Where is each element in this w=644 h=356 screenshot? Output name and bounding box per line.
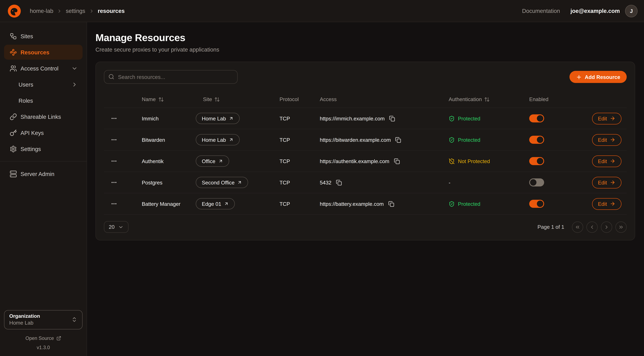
users-icon bbox=[10, 65, 17, 72]
copy-icon[interactable] bbox=[335, 179, 343, 186]
auth-status-badge: Not Protected bbox=[449, 158, 490, 164]
column-header-site[interactable]: Site bbox=[195, 96, 280, 102]
site-link-button[interactable]: Office bbox=[196, 156, 229, 167]
sidebar-item-shareable-links[interactable]: Shareable Links bbox=[4, 109, 82, 124]
organization-selector[interactable]: Organization Home Lab bbox=[4, 310, 82, 330]
main-content: Manage Resources Create secure proxies t… bbox=[87, 22, 644, 356]
edit-button[interactable]: Edit bbox=[592, 155, 622, 167]
table-row: Postgres Second Office TCP 5432 - Edit bbox=[104, 172, 627, 193]
sidebar-item-sites[interactable]: Sites bbox=[4, 28, 82, 44]
copy-icon[interactable] bbox=[388, 115, 396, 122]
column-header-name[interactable]: Name bbox=[126, 96, 195, 102]
auth-status-label: - bbox=[449, 180, 450, 186]
sidebar: Sites Resources Access Control Users Rol… bbox=[0, 22, 87, 356]
documentation-link[interactable]: Documentation bbox=[522, 8, 560, 14]
column-header-enabled: Enabled bbox=[529, 96, 586, 102]
breadcrumb-item-org[interactable]: home-lab bbox=[30, 8, 53, 14]
resource-access-port: 5432 bbox=[320, 180, 332, 186]
sidebar-item-access-control[interactable]: Access Control bbox=[4, 61, 82, 76]
sidebar-item-api-keys[interactable]: API Keys bbox=[4, 125, 82, 140]
sidebar-item-resources[interactable]: Resources bbox=[4, 45, 82, 60]
add-resource-button[interactable]: Add Resource bbox=[570, 71, 627, 83]
table-header-row: Name Site Protocol Access bbox=[104, 91, 627, 108]
row-menu-button[interactable] bbox=[109, 199, 119, 208]
column-label: Access bbox=[320, 96, 337, 102]
enabled-toggle[interactable] bbox=[529, 178, 544, 186]
resource-protocol: TCP bbox=[280, 158, 320, 164]
site-link-button[interactable]: Home Lab bbox=[196, 134, 240, 146]
sidebar-item-roles[interactable]: Roles bbox=[4, 93, 82, 108]
sidebar-item-users[interactable]: Users bbox=[4, 77, 82, 92]
arrow-right-icon bbox=[610, 137, 616, 142]
site-link-button[interactable]: Home Lab bbox=[196, 113, 240, 124]
plus-icon bbox=[576, 74, 582, 80]
chevron-right-icon bbox=[57, 8, 62, 14]
resource-name: Authentik bbox=[126, 158, 195, 164]
first-page-button[interactable] bbox=[572, 221, 583, 233]
auth-status-badge: Protected bbox=[449, 201, 480, 207]
page-subtitle: Create secure proxies to your private ap… bbox=[96, 46, 635, 53]
row-menu-button[interactable] bbox=[109, 114, 119, 123]
search-box bbox=[104, 70, 238, 84]
key-icon bbox=[10, 129, 17, 136]
external-link-icon bbox=[56, 336, 61, 341]
arrow-up-right-icon bbox=[237, 180, 242, 185]
enabled-toggle[interactable] bbox=[529, 114, 544, 122]
column-label: Name bbox=[142, 96, 156, 102]
column-label: Site bbox=[203, 96, 212, 102]
row-menu-button[interactable] bbox=[109, 178, 119, 187]
breadcrumb-item-current: resources bbox=[98, 8, 125, 14]
search-input[interactable] bbox=[104, 70, 238, 84]
edit-label: Edit bbox=[598, 158, 607, 164]
auth-status-badge: Protected bbox=[449, 116, 480, 122]
auth-status-label: Protected bbox=[458, 116, 480, 122]
open-source-link[interactable]: Open Source bbox=[25, 336, 61, 341]
site-link-button[interactable]: Second Office bbox=[196, 177, 248, 188]
page-size-value: 20 bbox=[109, 224, 114, 230]
open-source-label: Open Source bbox=[25, 336, 54, 341]
row-menu-button[interactable] bbox=[109, 135, 119, 144]
sidebar-item-server-admin[interactable]: Server Admin bbox=[4, 166, 82, 181]
column-header-protocol: Protocol bbox=[280, 96, 320, 102]
site-label: Home Lab bbox=[202, 137, 226, 143]
edit-button[interactable]: Edit bbox=[592, 198, 622, 210]
site-link-button[interactable]: Edge 01 bbox=[196, 198, 235, 210]
column-header-access: Access bbox=[320, 96, 449, 102]
edit-button[interactable]: Edit bbox=[592, 134, 622, 146]
breadcrumb-item-settings[interactable]: settings bbox=[66, 8, 85, 14]
shield-off-icon bbox=[449, 158, 455, 164]
sidebar-item-label: Shareable Links bbox=[20, 114, 61, 120]
resource-protocol: TCP bbox=[280, 137, 320, 143]
auth-status-badge: Protected bbox=[449, 137, 480, 143]
sidebar-item-settings[interactable]: Settings bbox=[4, 141, 82, 156]
arrow-up-right-icon bbox=[229, 137, 234, 142]
avatar[interactable]: J bbox=[625, 5, 638, 17]
column-header-authentication[interactable]: Authentication bbox=[449, 96, 529, 102]
enabled-toggle[interactable] bbox=[529, 136, 544, 144]
copy-icon[interactable] bbox=[394, 136, 402, 144]
copy-icon[interactable] bbox=[393, 157, 400, 165]
row-menu-button[interactable] bbox=[109, 156, 119, 166]
sidebar-item-label: API Keys bbox=[20, 130, 44, 136]
user-email[interactable]: joe@example.com bbox=[570, 8, 620, 14]
arrow-right-icon bbox=[610, 158, 616, 164]
site-label: Edge 01 bbox=[202, 201, 221, 207]
page-size-select[interactable]: 20 bbox=[104, 221, 128, 233]
auth-status-label: Not Protected bbox=[458, 158, 490, 164]
copy-icon[interactable] bbox=[387, 200, 395, 208]
prev-page-button[interactable] bbox=[586, 221, 598, 233]
edit-button[interactable]: Edit bbox=[592, 177, 622, 188]
workflow-icon bbox=[10, 32, 17, 40]
sidebar-item-label: Settings bbox=[20, 146, 41, 152]
waypoints-icon bbox=[10, 48, 17, 56]
enabled-toggle[interactable] bbox=[529, 157, 544, 165]
organization-label: Organization bbox=[9, 313, 40, 319]
site-label: Second Office bbox=[202, 180, 234, 186]
last-page-button[interactable] bbox=[616, 221, 627, 233]
sidebar-item-label: Access Control bbox=[20, 65, 58, 72]
chevron-down-icon bbox=[71, 65, 78, 72]
next-page-button[interactable] bbox=[601, 221, 612, 233]
enabled-toggle[interactable] bbox=[529, 200, 544, 208]
edit-label: Edit bbox=[598, 137, 607, 143]
edit-button[interactable]: Edit bbox=[592, 113, 622, 124]
